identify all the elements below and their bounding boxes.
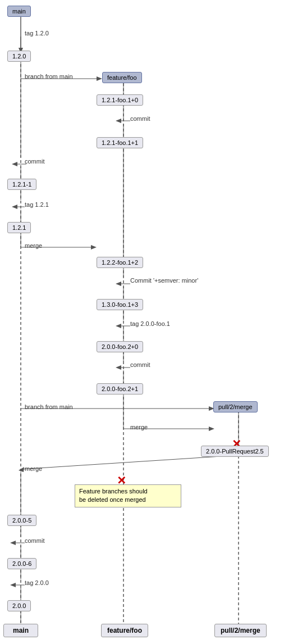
branch-from-main-label1: branch from main	[25, 73, 73, 80]
tag-1.2.0-label: tag 1.2.0	[25, 30, 49, 37]
node-v1.3.0-foo.1+3: 1.3.0-foo.1+3	[97, 299, 143, 310]
svg-marker-52	[10, 583, 16, 587]
commit-label4: commit	[25, 537, 44, 544]
node-v2.0.0-PullRequest2.5: 2.0.0-PullRequest2.5	[201, 446, 269, 457]
svg-line-43	[21, 455, 239, 469]
svg-marker-23	[91, 245, 97, 250]
svg-marker-31	[116, 324, 121, 328]
merge-label2: merge	[130, 424, 148, 430]
branch-from-main-label2: branch from main	[25, 403, 73, 410]
svg-marker-15	[12, 162, 17, 166]
commit-label1: commit	[130, 115, 150, 122]
node-v2.0.0: 2.0.0	[7, 600, 31, 611]
svg-marker-44	[19, 467, 24, 472]
svg-marker-27	[116, 282, 121, 286]
node-v1.2.1-1: 1.2.1-1	[7, 179, 36, 190]
tag-1.2.1-label: tag 1.2.1	[25, 201, 49, 208]
merge-label3: merge	[25, 465, 42, 472]
svg-marker-19	[12, 205, 17, 209]
node-pull-2-merge: pull/2/merge	[213, 401, 258, 412]
svg-marker-41	[209, 427, 214, 431]
tag-2.0.0-label: tag 2.0.0	[25, 579, 49, 586]
diagram-container: main tag 1.2.0 1.2.0 feature/foo branch …	[0, 0, 284, 644]
node-main-top: main	[7, 6, 31, 17]
commit-semver-label: Commit '+semver: minor'	[130, 277, 198, 284]
node-v1.2.2-foo.1+2: 1.2.2-foo.1+2	[97, 257, 143, 268]
lane-feature-bottom: feature/foo	[101, 624, 148, 637]
node-v1.2.1-foo.1+0: 1.2.1-foo.1+0	[97, 94, 143, 106]
svg-marker-35	[116, 365, 121, 370]
node-v1.2.1: 1.2.1	[7, 222, 31, 233]
node-v2.0.0-6: 2.0.0-6	[7, 558, 36, 569]
node-v1.2.0: 1.2.0	[7, 51, 31, 62]
svg-marker-7	[97, 76, 102, 81]
node-v2.0.0-foo.2+1: 2.0.0-foo.2+1	[97, 383, 143, 394]
svg-marker-48	[10, 541, 16, 545]
svg-marker-11	[116, 119, 121, 123]
node-v2.0.0-foo.2+0: 2.0.0-foo.2+0	[97, 341, 143, 352]
node-v1.2.1-foo.1+1: 1.2.1-foo.1+1	[97, 137, 143, 148]
node-v2.0.0-5: 2.0.0-5	[7, 515, 36, 526]
annotation-text: Feature branches shouldbe deleted once m…	[79, 488, 148, 503]
lane-main-bottom: main	[3, 624, 38, 637]
commit-label3: commit	[130, 361, 150, 368]
commit-label2: commit	[25, 158, 44, 165]
node-feature-foo: feature/foo	[102, 72, 142, 83]
tag-2.0.0-foo.1-label: tag 2.0.0-foo.1	[130, 320, 170, 327]
lane-pull-bottom: pull/2/merge	[214, 624, 267, 637]
annotation-box: Feature branches shouldbe deleted once m…	[75, 484, 181, 507]
merge-label1: merge	[25, 242, 42, 249]
